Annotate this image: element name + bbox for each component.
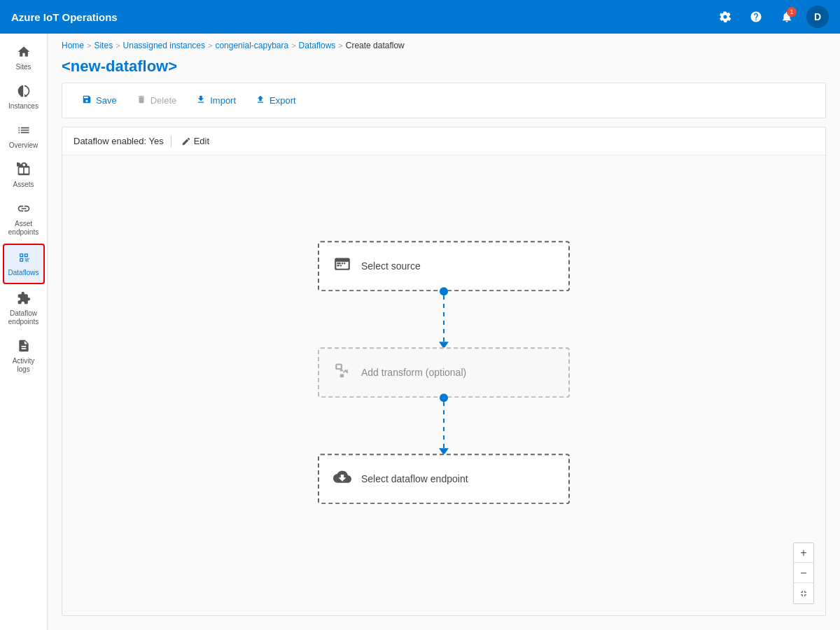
assets-icon (17, 162, 31, 178)
delete-icon (136, 94, 146, 106)
save-label: Save (96, 95, 117, 106)
overview-icon (17, 123, 31, 139)
endpoint-node-icon (333, 468, 351, 490)
transform-node-label: Add transform (optional) (361, 367, 466, 378)
import-label: Import (210, 95, 236, 106)
zoom-reset-button[interactable] (794, 584, 813, 603)
endpoint-node-label: Select dataflow endpoint (361, 473, 468, 484)
settings-icon[interactable] (714, 6, 736, 28)
sidebar-item-dataflow-endpoints-label: Dataflow endpoints (6, 309, 42, 326)
connector-2 (439, 398, 449, 454)
delete-button[interactable]: Delete (128, 90, 186, 111)
sidebar-item-asset-endpoints-label: Asset endpoints (6, 220, 42, 237)
zoom-controls: + − (793, 542, 814, 604)
sidebar-item-instances-label: Instances (8, 102, 38, 111)
connector-dot-1 (440, 287, 448, 295)
transform-node[interactable]: Add transform (optional) (318, 347, 570, 398)
breadcrumb-sites[interactable]: Sites (94, 41, 113, 50)
breadcrumb: Home > Sites > Unassigned instances > co… (48, 34, 840, 55)
connector-line-2 (443, 402, 444, 448)
dataflow-endpoints-icon (17, 291, 31, 307)
flow-diagram: Select source Add transform (optional) (304, 241, 584, 504)
import-icon (196, 94, 206, 106)
canvas-container: Dataflow enabled: Yes Edit Select source (62, 127, 826, 616)
content-area: Home > Sites > Unassigned instances > co… (48, 34, 840, 630)
breadcrumb-unassigned[interactable]: Unassigned instances (123, 41, 205, 50)
sidebar-item-activity-logs[interactable]: Activity logs (3, 333, 45, 379)
save-icon (82, 94, 92, 106)
zoom-in-button[interactable]: + (794, 543, 813, 563)
status-separator (171, 136, 172, 147)
breadcrumb-instance[interactable]: congenial-capybara (215, 41, 288, 50)
sidebar-item-instances[interactable]: Instances (3, 78, 45, 116)
breadcrumb-sep-4: > (338, 41, 342, 50)
instances-icon (17, 84, 31, 100)
source-node-icon (333, 255, 351, 277)
avatar[interactable]: D (806, 6, 829, 28)
export-button[interactable]: Export (247, 90, 304, 111)
sites-icon (17, 45, 31, 61)
breadcrumb-sep-2: > (208, 41, 212, 50)
breadcrumb-home[interactable]: Home (62, 41, 84, 50)
toolbar: Save Delete Import Export (62, 83, 826, 118)
breadcrumb-current: Create dataflow (346, 41, 405, 50)
sidebar-item-sites[interactable]: Sites (3, 39, 45, 77)
notification-count: 1 (787, 7, 797, 17)
status-bar: Dataflow enabled: Yes Edit (62, 127, 825, 155)
sidebar-item-sites-label: Sites (15, 63, 31, 71)
help-icon[interactable] (745, 6, 767, 28)
sidebar-item-assets[interactable]: Assets (3, 157, 45, 195)
sidebar-item-overview-label: Overview (9, 141, 38, 150)
sidebar-item-assets-label: Assets (13, 181, 34, 189)
dataflow-status: Dataflow enabled: Yes (74, 136, 164, 146)
asset-endpoints-icon (17, 202, 31, 218)
source-node[interactable]: Select source (318, 241, 570, 291)
dataflows-icon (17, 251, 31, 267)
breadcrumb-sep-0: > (87, 41, 91, 50)
sidebar-item-asset-endpoints[interactable]: Asset endpoints (3, 196, 45, 242)
connector-dot-2 (440, 393, 448, 402)
connector-1 (439, 291, 449, 347)
breadcrumb-sep-3: > (291, 41, 295, 50)
edit-button[interactable]: Edit (178, 134, 212, 148)
sidebar-item-overview[interactable]: Overview (3, 118, 45, 155)
main-layout: Sites Instances Overview Assets Asset en (0, 34, 840, 630)
delete-label: Delete (150, 95, 177, 106)
activity-logs-icon (17, 339, 31, 355)
notifications-icon[interactable]: 1 (776, 6, 798, 28)
flow-canvas[interactable]: Select source Add transform (optional) (62, 155, 825, 615)
source-node-label: Select source (361, 260, 421, 272)
page-title: <new-dataflow> (48, 55, 840, 83)
sidebar-item-activity-logs-label: Activity logs (6, 357, 42, 374)
breadcrumb-sep-1: > (115, 41, 120, 50)
sidebar-item-dataflows-label: Dataflows (8, 269, 39, 277)
sidebar: Sites Instances Overview Assets Asset en (0, 34, 48, 630)
zoom-out-button[interactable]: − (794, 564, 813, 583)
export-label: Export (270, 95, 296, 106)
topbar-icons: 1 D (714, 6, 829, 28)
sidebar-item-dataflows[interactable]: Dataflows (3, 244, 45, 284)
endpoint-node[interactable]: Select dataflow endpoint (318, 454, 570, 504)
topbar: Azure IoT Operations 1 D (0, 0, 840, 34)
transform-node-icon (333, 361, 351, 384)
connector-line-1 (443, 295, 444, 342)
breadcrumb-dataflows[interactable]: Dataflows (299, 41, 336, 50)
app-title: Azure IoT Operations (11, 11, 714, 23)
sidebar-item-dataflow-endpoints[interactable]: Dataflow endpoints (3, 286, 45, 332)
edit-label: Edit (194, 136, 209, 146)
export-icon (255, 94, 265, 106)
save-button[interactable]: Save (74, 90, 125, 111)
import-button[interactable]: Import (188, 90, 244, 111)
